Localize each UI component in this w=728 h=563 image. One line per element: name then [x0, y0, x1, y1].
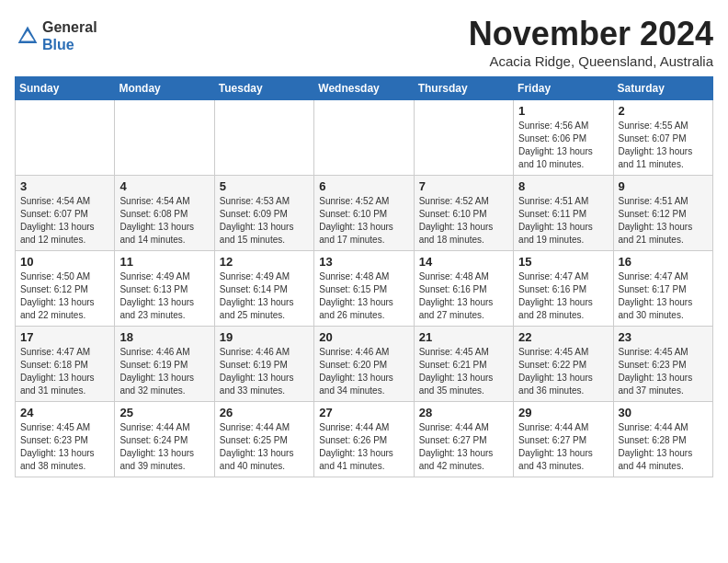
logo-icon: [17, 25, 39, 47]
calendar-cell: 9Sunrise: 4:51 AM Sunset: 6:12 PM Daylig…: [613, 176, 712, 251]
calendar-week-row: 24Sunrise: 4:45 AM Sunset: 6:23 PM Dayli…: [16, 402, 713, 477]
day-info: Sunrise: 4:44 AM Sunset: 6:27 PM Dayligh…: [419, 421, 508, 473]
calendar-table: Sunday Monday Tuesday Wednesday Thursday…: [15, 76, 713, 477]
calendar-header-row: Sunday Monday Tuesday Wednesday Thursday…: [16, 77, 713, 100]
day-info: Sunrise: 4:52 AM Sunset: 6:10 PM Dayligh…: [319, 195, 408, 247]
header-tuesday: Tuesday: [214, 77, 313, 100]
calendar-cell: 2Sunrise: 4:55 AM Sunset: 6:07 PM Daylig…: [613, 100, 712, 176]
day-number: 8: [518, 179, 608, 193]
logo-blue-text: Blue: [42, 36, 97, 53]
day-info: Sunrise: 4:47 AM Sunset: 6:18 PM Dayligh…: [20, 346, 109, 397]
day-number: 19: [220, 330, 309, 344]
calendar-cell: 24Sunrise: 4:45 AM Sunset: 6:23 PM Dayli…: [16, 402, 115, 477]
day-info: Sunrise: 4:49 AM Sunset: 6:14 PM Dayligh…: [220, 270, 309, 322]
day-number: 16: [619, 255, 708, 269]
day-number: 29: [518, 406, 608, 419]
location-text: Acacia Ridge, Queensland, Australia: [469, 53, 713, 69]
calendar-cell: 7Sunrise: 4:52 AM Sunset: 6:10 PM Daylig…: [414, 176, 513, 251]
day-info: Sunrise: 4:49 AM Sunset: 6:13 PM Dayligh…: [119, 270, 209, 322]
calendar-cell: [414, 100, 513, 176]
day-info: Sunrise: 4:51 AM Sunset: 6:11 PM Dayligh…: [518, 195, 608, 247]
calendar-cell: 22Sunrise: 4:45 AM Sunset: 6:22 PM Dayli…: [514, 327, 613, 402]
day-number: 2: [619, 104, 708, 118]
day-number: 11: [119, 255, 209, 269]
day-number: 3: [20, 179, 109, 193]
day-number: 20: [319, 330, 408, 344]
day-info: Sunrise: 4:56 AM Sunset: 6:06 PM Dayligh…: [518, 120, 608, 171]
day-info: Sunrise: 4:46 AM Sunset: 6:19 PM Dayligh…: [119, 346, 209, 397]
day-number: 13: [319, 255, 408, 269]
day-number: 24: [20, 406, 109, 419]
day-info: Sunrise: 4:53 AM Sunset: 6:09 PM Dayligh…: [220, 195, 309, 247]
day-number: 28: [419, 406, 508, 419]
day-number: 14: [419, 255, 508, 269]
day-info: Sunrise: 4:44 AM Sunset: 6:26 PM Dayligh…: [319, 421, 408, 473]
day-info: Sunrise: 4:45 AM Sunset: 6:23 PM Dayligh…: [619, 346, 708, 397]
calendar-cell: 26Sunrise: 4:44 AM Sunset: 6:25 PM Dayli…: [214, 402, 313, 477]
day-info: Sunrise: 4:55 AM Sunset: 6:07 PM Dayligh…: [619, 120, 708, 171]
day-info: Sunrise: 4:45 AM Sunset: 6:21 PM Dayligh…: [419, 346, 508, 397]
day-info: Sunrise: 4:48 AM Sunset: 6:15 PM Dayligh…: [319, 270, 408, 322]
day-number: 26: [220, 406, 309, 419]
calendar-cell: 21Sunrise: 4:45 AM Sunset: 6:21 PM Dayli…: [414, 327, 513, 402]
day-number: 17: [20, 330, 109, 344]
day-info: Sunrise: 4:54 AM Sunset: 6:08 PM Dayligh…: [119, 195, 209, 247]
day-number: 23: [619, 330, 708, 344]
day-info: Sunrise: 4:44 AM Sunset: 6:25 PM Dayligh…: [220, 421, 309, 473]
day-info: Sunrise: 4:44 AM Sunset: 6:28 PM Dayligh…: [619, 421, 708, 473]
day-number: 7: [419, 179, 508, 193]
calendar-cell: 23Sunrise: 4:45 AM Sunset: 6:23 PM Dayli…: [613, 327, 712, 402]
day-info: Sunrise: 4:52 AM Sunset: 6:10 PM Dayligh…: [419, 195, 508, 247]
calendar-cell: 5Sunrise: 4:53 AM Sunset: 6:09 PM Daylig…: [214, 176, 313, 251]
calendar-cell: 1Sunrise: 4:56 AM Sunset: 6:06 PM Daylig…: [514, 100, 613, 176]
day-info: Sunrise: 4:45 AM Sunset: 6:23 PM Dayligh…: [20, 421, 109, 473]
header-friday: Friday: [514, 77, 613, 100]
calendar-cell: 14Sunrise: 4:48 AM Sunset: 6:16 PM Dayli…: [414, 251, 513, 327]
day-number: 15: [518, 255, 608, 269]
header-sunday: Sunday: [16, 77, 115, 100]
day-number: 10: [20, 255, 109, 269]
calendar-week-row: 10Sunrise: 4:50 AM Sunset: 6:12 PM Dayli…: [16, 251, 713, 327]
calendar-cell: [115, 100, 214, 176]
day-info: Sunrise: 4:44 AM Sunset: 6:24 PM Dayligh…: [119, 421, 209, 473]
day-number: 30: [619, 406, 708, 419]
day-number: 27: [319, 406, 408, 419]
calendar-cell: 13Sunrise: 4:48 AM Sunset: 6:15 PM Dayli…: [314, 251, 414, 327]
calendar-cell: 20Sunrise: 4:46 AM Sunset: 6:20 PM Dayli…: [314, 327, 414, 402]
calendar-week-row: 1Sunrise: 4:56 AM Sunset: 6:06 PM Daylig…: [16, 100, 713, 176]
day-number: 21: [419, 330, 508, 344]
calendar-cell: [16, 100, 115, 176]
calendar-cell: 29Sunrise: 4:44 AM Sunset: 6:27 PM Dayli…: [514, 402, 613, 477]
day-info: Sunrise: 4:50 AM Sunset: 6:12 PM Dayligh…: [20, 270, 109, 322]
calendar-week-row: 3Sunrise: 4:54 AM Sunset: 6:07 PM Daylig…: [16, 176, 713, 251]
day-number: 4: [119, 179, 209, 193]
day-number: 5: [220, 179, 309, 193]
calendar-cell: 6Sunrise: 4:52 AM Sunset: 6:10 PM Daylig…: [314, 176, 414, 251]
day-info: Sunrise: 4:45 AM Sunset: 6:22 PM Dayligh…: [518, 346, 608, 397]
calendar-cell: 15Sunrise: 4:47 AM Sunset: 6:16 PM Dayli…: [514, 251, 613, 327]
logo-general-text: General: [42, 18, 97, 36]
day-number: 9: [619, 179, 708, 193]
calendar-cell: 12Sunrise: 4:49 AM Sunset: 6:14 PM Dayli…: [214, 251, 313, 327]
day-info: Sunrise: 4:46 AM Sunset: 6:19 PM Dayligh…: [220, 346, 309, 397]
calendar-cell: 4Sunrise: 4:54 AM Sunset: 6:08 PM Daylig…: [115, 176, 214, 251]
day-number: 6: [319, 179, 408, 193]
day-info: Sunrise: 4:47 AM Sunset: 6:17 PM Dayligh…: [619, 270, 708, 322]
day-info: Sunrise: 4:47 AM Sunset: 6:16 PM Dayligh…: [518, 270, 608, 322]
header-thursday: Thursday: [414, 77, 513, 100]
header-wednesday: Wednesday: [314, 77, 414, 100]
month-title: November 2024: [469, 15, 713, 53]
day-number: 18: [119, 330, 209, 344]
calendar-cell: 25Sunrise: 4:44 AM Sunset: 6:24 PM Dayli…: [115, 402, 214, 477]
calendar-cell: [314, 100, 414, 176]
calendar-cell: 30Sunrise: 4:44 AM Sunset: 6:28 PM Dayli…: [613, 402, 712, 477]
day-info: Sunrise: 4:51 AM Sunset: 6:12 PM Dayligh…: [619, 195, 708, 247]
title-block: November 2024 Acacia Ridge, Queensland, …: [469, 15, 713, 69]
day-info: Sunrise: 4:44 AM Sunset: 6:27 PM Dayligh…: [518, 421, 608, 473]
calendar-cell: [214, 100, 313, 176]
calendar-cell: 11Sunrise: 4:49 AM Sunset: 6:13 PM Dayli…: [115, 251, 214, 327]
day-info: Sunrise: 4:46 AM Sunset: 6:20 PM Dayligh…: [319, 346, 408, 397]
calendar-cell: 19Sunrise: 4:46 AM Sunset: 6:19 PM Dayli…: [214, 327, 313, 402]
header-saturday: Saturday: [613, 77, 712, 100]
calendar-cell: 3Sunrise: 4:54 AM Sunset: 6:07 PM Daylig…: [16, 176, 115, 251]
